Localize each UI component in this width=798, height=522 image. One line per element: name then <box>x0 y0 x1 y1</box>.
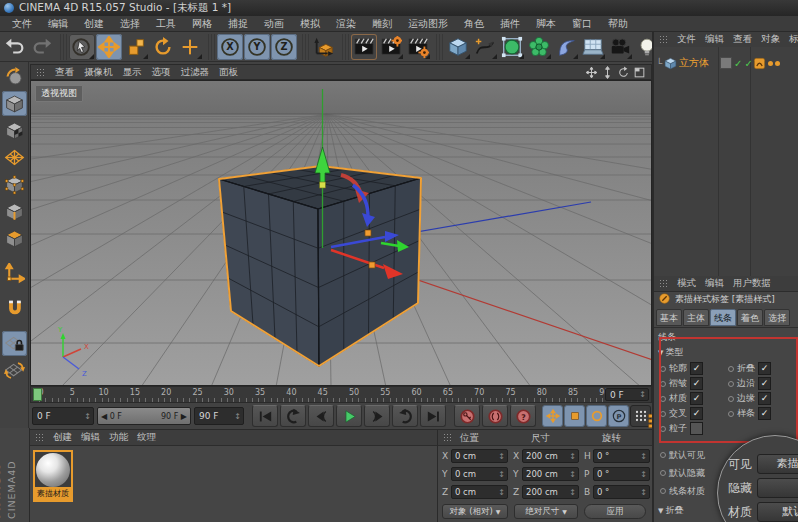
environment-button[interactable] <box>580 34 606 60</box>
anim-dot-icon[interactable] <box>728 396 734 402</box>
layer-toggle[interactable] <box>720 57 732 69</box>
panel-grip-icon[interactable] <box>659 279 668 288</box>
edges-mode-button[interactable] <box>2 199 27 224</box>
coord-field[interactable]: 0 cm↕ <box>451 467 508 481</box>
menubar-item[interactable]: 网格 <box>184 16 220 32</box>
spline-pen-button[interactable] <box>472 34 498 60</box>
checkbox[interactable]: ✓ <box>690 392 703 405</box>
spinner-icon[interactable]: ↕ <box>84 412 91 421</box>
coord-field[interactable]: 200 cm↕ <box>522 467 579 481</box>
menubar-item[interactable]: 模拟 <box>292 16 328 32</box>
checkbox[interactable]: ✓ <box>758 407 771 420</box>
y-axis-button[interactable]: Y <box>244 34 270 60</box>
subdivision-surface-button[interactable] <box>499 34 525 60</box>
workplane-mode-button[interactable] <box>2 145 27 170</box>
checkbox[interactable]: ✓ <box>690 407 703 420</box>
play-reverse-button[interactable] <box>280 405 306 427</box>
current-frame-field[interactable]: 0 F↕ <box>32 407 94 425</box>
spinner-icon[interactable]: ↕ <box>498 488 505 497</box>
viewport-menu-item[interactable]: 摄像机 <box>84 66 113 79</box>
menubar-item[interactable]: 雕刻 <box>364 16 400 32</box>
position-mode-dropdown[interactable]: 对象 (相对)▼ <box>442 504 508 519</box>
kf-scale-button[interactable] <box>564 405 585 427</box>
tab-item[interactable]: 主体 <box>683 309 709 326</box>
coord-field[interactable]: 200 cm↕ <box>522 485 579 499</box>
attribute-menu-item[interactable]: 编辑 <box>705 277 724 290</box>
panel-grip-icon[interactable] <box>36 68 45 77</box>
phong-tag-icon[interactable] <box>753 57 766 70</box>
menubar-item[interactable]: 动画 <box>256 16 292 32</box>
tab-item[interactable]: 着色 <box>737 309 763 326</box>
tab-active[interactable]: 线条 <box>710 309 736 326</box>
kf-position-button[interactable] <box>542 405 563 427</box>
render-check-icon[interactable]: ✓ <box>744 58 752 69</box>
anim-dot-icon[interactable] <box>660 396 666 402</box>
menubar-item[interactable]: 编辑 <box>40 16 76 32</box>
coord-field[interactable]: 0 cm↕ <box>451 449 508 463</box>
object-manager-menu-item[interactable]: 编辑 <box>705 33 724 46</box>
coordinate-system-button[interactable] <box>311 34 337 60</box>
frame-range-slider[interactable]: ◀ 0 F 90 F ▶ <box>97 407 191 425</box>
attribute-menu-item[interactable]: 模式 <box>677 277 696 290</box>
render-settings-button[interactable] <box>378 34 404 60</box>
coord-field[interactable]: 0 °↕ <box>593 449 650 463</box>
type-group-header[interactable]: ▼类型 <box>658 346 683 359</box>
object-name[interactable]: 立方体 <box>679 56 709 70</box>
checkbox[interactable]: ✓ <box>690 377 703 390</box>
record-key-button[interactable] <box>454 405 480 427</box>
anim-dot-icon[interactable] <box>660 488 666 494</box>
end-frame-field[interactable]: 90 F↕ <box>194 407 244 425</box>
add-cube-button[interactable] <box>445 34 471 60</box>
play-button[interactable] <box>336 405 362 427</box>
object-manager-list[interactable]: └立方体 ✓✓ <box>654 47 798 277</box>
spinner-icon[interactable]: ↕ <box>640 452 647 461</box>
checkbox[interactable]: ✓ <box>758 377 771 390</box>
object-manager-menu-item[interactable]: 查看 <box>733 33 752 46</box>
anim-dot-icon[interactable] <box>660 366 666 372</box>
viewport-menu-item[interactable]: 选项 <box>152 66 171 79</box>
tag-dot-icon[interactable] <box>775 61 780 66</box>
coord-field[interactable]: 0 °↕ <box>593 467 650 481</box>
menubar-item[interactable]: 运动图形 <box>400 16 456 32</box>
tag-dot-icon[interactable] <box>768 61 773 66</box>
timeline-track[interactable]: 051015202530354045505560657075808590 <box>33 387 605 402</box>
last-tool-button[interactable] <box>177 34 203 60</box>
help-button[interactable]: ? <box>510 405 536 427</box>
texture-mode-button[interactable] <box>2 118 27 143</box>
anim-dot-icon[interactable] <box>660 452 666 458</box>
menubar-item[interactable]: 捕捉 <box>220 16 256 32</box>
coord-field[interactable]: 0 °↕ <box>593 485 650 499</box>
rotate-button[interactable] <box>150 34 176 60</box>
cube-object-icon[interactable] <box>664 57 677 70</box>
tab-item[interactable]: 选择 <box>764 309 790 326</box>
spinner-icon[interactable]: ↕ <box>569 452 576 461</box>
material-menu-item[interactable]: 编辑 <box>81 431 100 444</box>
anim-dot-icon[interactable] <box>660 381 666 387</box>
spinner-icon[interactable]: ↕ <box>639 390 646 399</box>
coord-field[interactable]: 0 cm↕ <box>451 485 508 499</box>
spinner-icon[interactable]: ↕ <box>234 412 241 421</box>
workplane-rotate-button[interactable] <box>2 358 27 383</box>
snap-button[interactable] <box>2 296 27 321</box>
axis-mode-button[interactable] <box>2 261 27 286</box>
x-axis-button[interactable]: X <box>217 34 243 60</box>
material-thumbnail[interactable]: 素描材质 <box>33 450 73 502</box>
spinner-icon[interactable]: ↕ <box>640 470 647 479</box>
viewport-menu-item[interactable]: 过滤器 <box>181 66 210 79</box>
undo-button[interactable] <box>2 34 28 60</box>
material-menu-item[interactable]: 创建 <box>53 431 72 444</box>
timeline-ruler[interactable]: 051015202530354045505560657075808590 0 F… <box>30 386 652 403</box>
prev-frame-button[interactable] <box>308 405 334 427</box>
menubar-item[interactable]: 窗口 <box>564 16 600 32</box>
frame-field[interactable]: 0 F↕ <box>605 388 649 401</box>
object-state-toggles[interactable]: ✓✓ <box>720 55 753 71</box>
anim-dot-icon[interactable] <box>660 426 666 432</box>
camera-button[interactable] <box>607 34 633 60</box>
autokey-button[interactable] <box>482 405 508 427</box>
live-selection-button[interactable] <box>69 34 95 60</box>
viewport-menu-item[interactable]: 面板 <box>219 66 238 79</box>
object-tags[interactable] <box>753 55 780 71</box>
lock-workplane-button[interactable] <box>2 331 27 356</box>
panel-grip-icon[interactable] <box>35 433 44 442</box>
viewport[interactable]: YXZ 透视视图 <box>30 80 652 386</box>
